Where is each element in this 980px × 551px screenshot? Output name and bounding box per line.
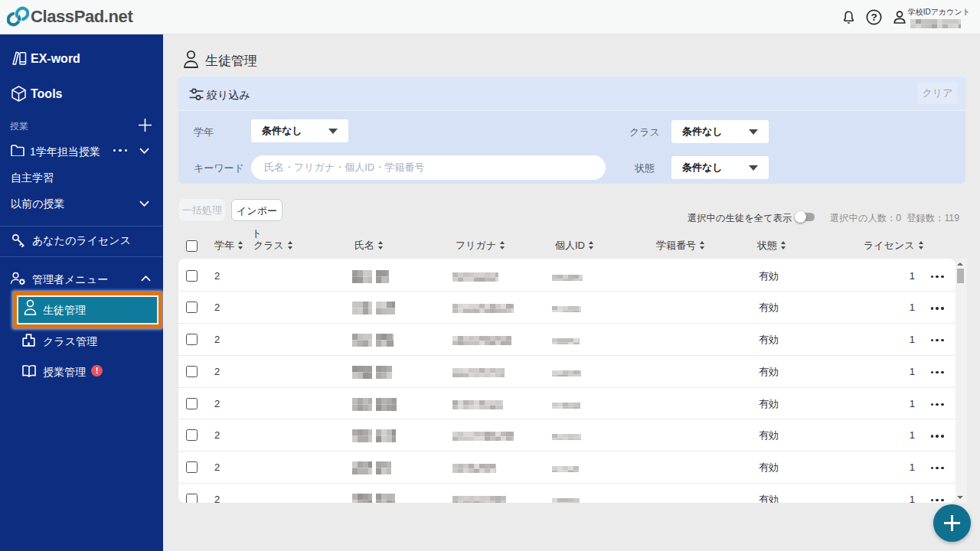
svg-text:?: ? [871, 11, 877, 23]
